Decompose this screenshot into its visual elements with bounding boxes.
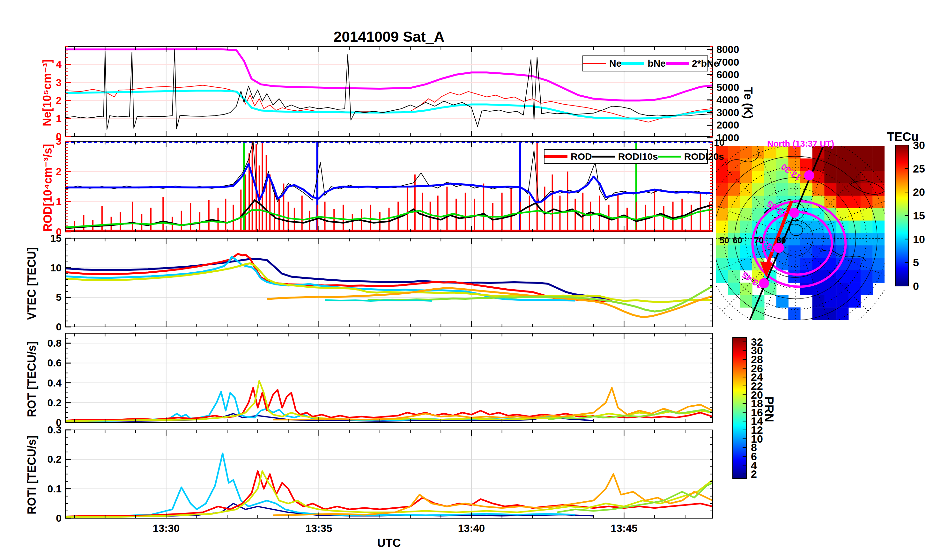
te-tick-label: 7000 bbox=[716, 56, 739, 68]
te-tick-label: 5000 bbox=[716, 82, 739, 93]
tec-cell bbox=[861, 146, 873, 159]
legend-label: 2*bNe bbox=[692, 58, 719, 69]
tec-cell bbox=[716, 270, 728, 283]
tec-cell bbox=[764, 159, 776, 171]
legend-item-bne: bNe bbox=[621, 58, 666, 69]
prn-colorbar-bar bbox=[733, 338, 746, 478]
tec-cell bbox=[872, 159, 885, 171]
legend-label: RODI10s bbox=[618, 151, 658, 162]
legend-label: RODI20s bbox=[684, 151, 724, 162]
te-tick-label: 6000 bbox=[716, 69, 739, 80]
tec-cell bbox=[836, 233, 849, 246]
page-title: 20141009 Sat_A bbox=[65, 28, 713, 45]
tec-cell bbox=[800, 233, 813, 246]
y-tick-label: 0.8 bbox=[47, 338, 62, 349]
legend-rod: ROD RODI10s RODI20s bbox=[544, 149, 708, 164]
tec-cell bbox=[849, 283, 861, 295]
tec-cell bbox=[836, 171, 849, 184]
legend-item-rod: ROD bbox=[545, 151, 592, 162]
tec-cell bbox=[849, 159, 861, 171]
y-tick-label: 0.2 bbox=[47, 397, 62, 409]
tec-cell bbox=[861, 221, 873, 233]
bne-line-swatch bbox=[621, 62, 645, 65]
tec-cell bbox=[824, 183, 836, 196]
panel-bg bbox=[65, 333, 713, 422]
ylabel-te: Te (K) bbox=[741, 77, 755, 129]
tec-cell bbox=[836, 295, 849, 308]
tec-cell bbox=[836, 283, 849, 295]
y-tick-label: 2 bbox=[56, 95, 62, 106]
tec-cell bbox=[872, 196, 885, 209]
tec-cell bbox=[872, 146, 885, 159]
tec-cell bbox=[836, 307, 849, 320]
tec-cell bbox=[824, 283, 836, 295]
te-tick-label: 3000 bbox=[716, 107, 739, 118]
y-tick-label: 5 bbox=[56, 292, 62, 303]
rodi20s-line-swatch bbox=[658, 156, 681, 157]
tec-cell bbox=[824, 171, 836, 184]
latitude-label: 70 bbox=[754, 236, 764, 245]
tec-cell bbox=[716, 258, 728, 271]
x-tick-label: 13:35 bbox=[305, 522, 332, 534]
tecu-colorbar-title: TECu bbox=[881, 130, 925, 144]
time-marker-dot bbox=[804, 170, 814, 180]
y-tick-label: 0.1 bbox=[47, 483, 62, 495]
tec-cell bbox=[728, 221, 740, 233]
tec-cell bbox=[740, 221, 752, 233]
tecu-colorbar-tick-label: 25 bbox=[913, 163, 925, 175]
x-tick-label: 13:30 bbox=[153, 522, 180, 534]
xlabel-utc: UTC bbox=[65, 536, 713, 550]
tec-cell bbox=[728, 146, 740, 159]
prn-colorbar-tick-label: 32 bbox=[751, 336, 763, 348]
tec-cell bbox=[800, 159, 813, 171]
tec-cell bbox=[861, 233, 873, 246]
tec-map-inner: 13:3013:3513:4013:4550607080 bbox=[690, 133, 900, 344]
panel-ROTI: 00.10.20.3 bbox=[47, 424, 713, 524]
tec-cell bbox=[849, 258, 861, 271]
tec-cell bbox=[872, 208, 885, 221]
time-marker-dot bbox=[789, 207, 799, 218]
tec-cell bbox=[861, 270, 873, 283]
legend-label: bNe bbox=[648, 58, 666, 69]
y-tick-label: 10 bbox=[50, 262, 62, 274]
x-tick-label: 13:40 bbox=[458, 522, 485, 534]
legend-ne: Ne bNe 2*bNe bbox=[583, 56, 708, 71]
tec-cell bbox=[752, 171, 764, 184]
tec-cell bbox=[740, 208, 752, 221]
rodi10s-line-swatch bbox=[592, 156, 615, 157]
x-tick-label: 13:45 bbox=[611, 522, 637, 534]
tec-cell bbox=[861, 245, 873, 258]
tec-cell bbox=[872, 171, 885, 184]
rod-line-swatch bbox=[545, 155, 567, 158]
tecu-colorbar: 051015202530 bbox=[896, 139, 925, 292]
tec-cell bbox=[861, 258, 873, 271]
tec-cell bbox=[728, 159, 740, 171]
y-tick-label: 0 bbox=[56, 321, 62, 333]
tec-cell bbox=[740, 159, 752, 171]
tec-cell bbox=[849, 295, 861, 308]
tec-cell bbox=[764, 171, 776, 184]
tec-cell bbox=[740, 171, 752, 184]
y-tick-label: 2 bbox=[56, 166, 62, 177]
tec-cell bbox=[788, 183, 800, 196]
tec-cell bbox=[728, 245, 740, 258]
latitude-label: 50 bbox=[720, 236, 729, 245]
tecu-colorbar-tick-label: 5 bbox=[913, 256, 919, 268]
tec-cell bbox=[776, 295, 788, 308]
tec-cell bbox=[752, 196, 764, 209]
y-tick-label: 0 bbox=[56, 513, 62, 524]
tec-cell bbox=[728, 183, 740, 196]
tec-cell bbox=[813, 307, 825, 320]
te-tick-label: 2000 bbox=[716, 119, 739, 131]
y-tick-label: 3 bbox=[56, 77, 62, 88]
tec-cell bbox=[716, 245, 728, 258]
te-tick-label: 4000 bbox=[716, 94, 739, 106]
tec-cell bbox=[813, 245, 825, 258]
tec-cell bbox=[813, 233, 825, 246]
figure-canvas: 01234012305101500.20.40.60.800.10.20.313… bbox=[0, 0, 926, 560]
legend-label: Ne bbox=[609, 58, 621, 69]
tec-cell bbox=[872, 233, 885, 246]
tec-cell bbox=[728, 283, 740, 295]
panel-ROT: 00.20.40.60.8 bbox=[47, 333, 713, 428]
prn-colorbar-title: PRN bbox=[762, 392, 776, 427]
